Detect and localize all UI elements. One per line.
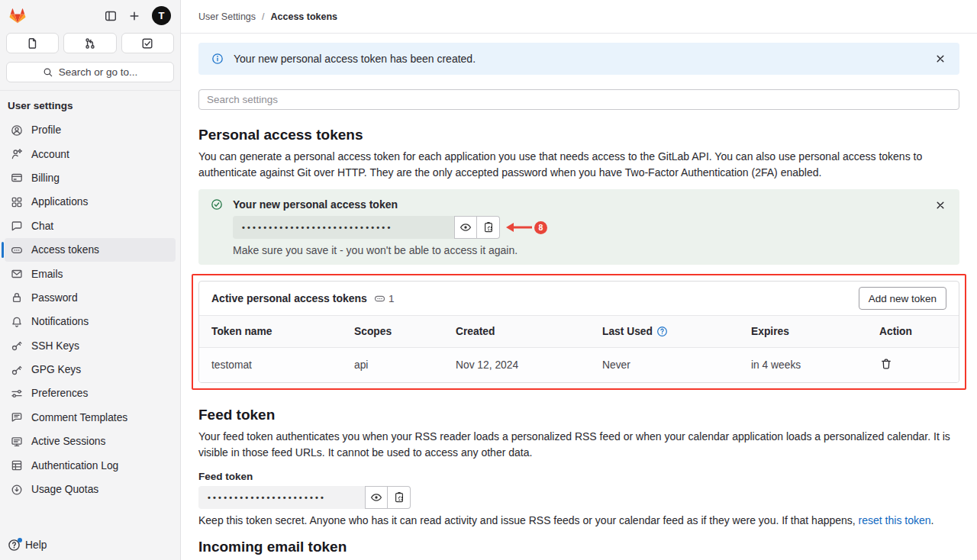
key-icon [11,364,23,376]
cell-token-name: testomat [199,348,342,383]
pat-title: Personal access tokens [198,126,959,144]
sidebar-item-billing[interactable]: Billing [5,166,176,190]
token-icon [11,244,23,256]
add-new-token-button[interactable]: Add new token [859,287,946,310]
new-plus-icon[interactable] [128,10,140,22]
search-or-goto-label: Search or go to... [59,66,138,78]
copy-clipboard-icon [393,491,405,504]
sidebar-item-authentication-log[interactable]: Authentication Log [5,453,176,477]
user-gear-icon [11,148,23,160]
sidebar-item-label: Emails [31,269,63,280]
annotation-step-badge: 8 [534,221,547,234]
col-scopes: Scopes [342,316,443,348]
check-circle-icon [211,198,223,211]
col-token-name: Token name [199,316,342,348]
avatar[interactable]: T [152,6,171,25]
breadcrumb-separator: / [262,11,264,22]
sidebar-item-chat[interactable]: Chat [5,214,176,238]
envelope-icon [11,268,23,280]
feed-token-row: •••••••••••••••••••••• [198,486,959,509]
close-icon[interactable] [934,53,946,65]
incoming-email-title: Incoming email token [198,538,959,556]
sidebar-item-account[interactable]: Account [5,142,176,166]
cell-scopes: api [342,348,443,383]
cell-created: Nov 12, 2024 [443,348,590,383]
key-icon [11,340,23,352]
sidebar-item-label: Preferences [31,388,88,399]
new-token-panel: Your new personal access token •••••••••… [198,189,959,265]
info-banner: Your new personal access token has been … [198,43,959,75]
sidebar-item-gpg-keys[interactable]: GPG Keys [5,358,176,381]
breadcrumb-access-tokens: Access tokens [271,11,338,22]
breadcrumb: User Settings / Access tokens [181,0,977,34]
log-table-icon [11,459,23,471]
sidebar-item-preferences[interactable]: Preferences [5,381,176,405]
gitlab-logo-icon[interactable] [8,6,27,25]
sidebar-item-label: Authentication Log [31,460,118,471]
feed-token-description: Your feed token authenticates you when y… [198,429,959,461]
help-button[interactable]: Help [0,530,180,560]
notification-dot [18,538,22,542]
sidebar-topbar: T [0,0,180,30]
settings-search-input[interactable] [198,89,959,110]
annotation-rectangle: Active personal access tokens 1 Add new … [192,274,966,390]
new-token-row: •••••••••••••••••••••••••••• [233,216,947,239]
help-icon [8,539,21,552]
sidebar-item-label: Comment Templates [31,412,127,423]
new-token-title: Your new personal access token [233,198,398,211]
sidebar-item-profile[interactable]: Profile [5,118,176,142]
sidebar-toggle-icon[interactable] [105,10,117,22]
sidebar-item-label: GPG Keys [31,364,81,375]
close-icon[interactable] [934,199,946,211]
sidebar-item-label: Profile [31,124,61,136]
reveal-token-button[interactable] [454,216,477,239]
help-question-icon[interactable] [656,326,668,337]
sidebar-item-access-tokens[interactable]: Access tokens [5,238,176,262]
sidebar-item-applications[interactable]: Applications [5,190,176,214]
sidebar-item-label: Active Sessions [31,436,105,447]
col-action: Action [867,316,959,348]
sidebar-item-label: Chat [31,220,53,232]
sidebar-item-comment-templates[interactable]: Comment Templates [5,406,176,430]
sidebar-section-label: User settings [0,91,180,118]
active-tokens-count-value: 1 [389,293,395,304]
credit-card-icon [11,172,23,184]
breadcrumb-user-settings[interactable]: User Settings [198,11,256,22]
new-token-value-field[interactable]: •••••••••••••••••••••••••••• [233,216,454,239]
lock-icon [11,291,23,304]
active-tokens-title: Active personal access tokens [211,292,367,304]
eye-icon [459,221,472,233]
cell-action [867,348,959,383]
sidebar-item-label: Usage Quotas [31,484,98,495]
todos-shortcut-button[interactable] [121,33,174,53]
feed-token-note-text: Keep this token secret. Anyone who has i… [198,514,859,526]
merge-requests-shortcut-button[interactable] [63,33,116,53]
feed-token-note-period: . [931,514,934,526]
sidebar-item-password[interactable]: Password [5,286,176,310]
active-tokens-header: Active personal access tokens 1 Add new … [199,282,959,315]
sidebar-item-emails[interactable]: Emails [5,262,176,285]
cell-last-used: Never [590,348,739,383]
copy-feed-token-button[interactable] [388,486,411,509]
sidebar-item-active-sessions[interactable]: Active Sessions [5,430,176,453]
copy-token-button[interactable] [477,216,500,239]
token-icon [374,293,385,304]
revoke-token-button[interactable] [879,358,893,372]
gauge-icon [11,484,23,496]
new-token-header: Your new personal access token [211,198,947,211]
issues-shortcut-button[interactable] [6,33,59,53]
reveal-feed-token-button[interactable] [365,486,388,509]
feed-token-value-field[interactable]: •••••••••••••••••••••• [198,486,365,509]
feed-token-note: Keep this token secret. Anyone who has i… [198,514,959,526]
sidebar-item-ssh-keys[interactable]: SSH Keys [5,334,176,358]
search-icon [43,67,53,78]
search-or-goto[interactable]: Search or go to... [6,62,174,82]
sidebar-item-usage-quotas[interactable]: Usage Quotas [5,478,176,501]
reset-feed-token-link[interactable]: reset this token [859,514,931,526]
col-expires: Expires [739,316,867,348]
red-arrow-icon [505,222,534,233]
trash-icon [880,358,892,370]
col-created: Created [443,316,590,348]
sidebar-item-notifications[interactable]: Notifications [5,310,176,333]
settings-content: Your new personal access token has been … [181,34,977,556]
